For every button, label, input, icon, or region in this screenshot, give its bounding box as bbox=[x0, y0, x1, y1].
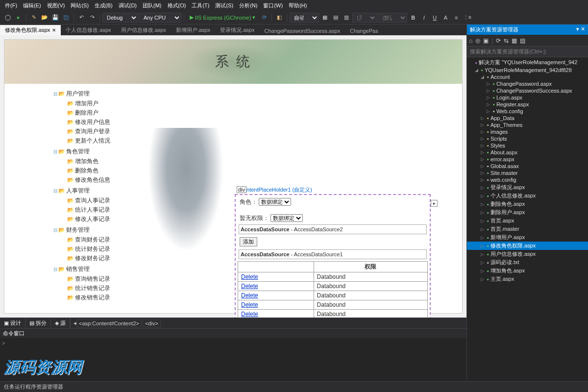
tree-node[interactable]: ◢▪ YQUserRoleManagement_942df828 bbox=[467, 67, 588, 74]
nav-group-header[interactable]: ⊟ 📂 角色管理 bbox=[53, 147, 132, 157]
menu-item[interactable]: 团队(M) bbox=[140, 2, 165, 9]
tree-node[interactable]: ▷▪ Login.aspx bbox=[467, 94, 588, 101]
save-icon[interactable]: 💾 bbox=[50, 13, 60, 23]
list-icon[interactable]: ⋮≡ bbox=[462, 13, 472, 23]
italic-icon[interactable]: I bbox=[419, 13, 429, 23]
tree-node[interactable]: ▷▪ 源码必读.txt bbox=[467, 258, 588, 267]
nav-item[interactable]: 📂 更新个人情况 bbox=[53, 136, 132, 146]
menu-item[interactable]: 视图(V) bbox=[44, 2, 68, 9]
solution-search[interactable]: 搜索解决方案资源管理器(Ctrl+;) bbox=[467, 47, 588, 57]
refresh-icon[interactable]: ⟳ bbox=[259, 13, 269, 23]
menu-item[interactable]: 网站(S) bbox=[68, 2, 92, 9]
tree-node[interactable]: ▷▪ Scripts bbox=[467, 135, 588, 142]
save-all-icon[interactable]: ⿻ bbox=[61, 13, 71, 23]
menu-item[interactable]: 件(F) bbox=[2, 2, 20, 9]
undo-icon[interactable]: ↶ bbox=[76, 13, 86, 23]
zoom-select[interactable]: (默认大 bbox=[378, 13, 407, 23]
delete-link[interactable]: Delete bbox=[241, 292, 258, 299]
nav-item[interactable]: 📂 查询用户登录 bbox=[53, 127, 132, 136]
nav-item[interactable]: 📂 统计财务记录 bbox=[53, 245, 132, 254]
nav-item[interactable]: 📂 增加用户 bbox=[53, 99, 132, 108]
tree-node[interactable]: ◢▪ Account bbox=[467, 74, 588, 80]
tab-design[interactable]: ▣ 设计 bbox=[0, 318, 25, 328]
tree-node[interactable]: ▷▪ web.config bbox=[467, 176, 588, 183]
tree-node[interactable]: ▷▪ App_Data bbox=[467, 115, 588, 122]
document-tab[interactable]: 修改角色权限.aspx ✕ bbox=[0, 25, 61, 35]
nav-item[interactable]: 📂 修改财务记录 bbox=[53, 254, 132, 263]
nav-group-header[interactable]: ⊟ 📂 销售管理 bbox=[53, 264, 132, 274]
open-icon[interactable]: 📂 bbox=[40, 13, 49, 23]
nav-item[interactable]: 📂 查询人事记录 bbox=[53, 196, 132, 205]
menu-item[interactable]: 工具(T) bbox=[189, 2, 212, 9]
nav-item[interactable]: 📂 删除用户 bbox=[53, 108, 132, 118]
tree-node[interactable]: ▷▪ 修改角色权限.aspx bbox=[467, 242, 588, 250]
document-tab[interactable]: 用户信息修改.aspx bbox=[116, 25, 171, 35]
nav-item[interactable]: 📂 修改销售记录 bbox=[53, 293, 132, 302]
document-tab[interactable]: ChangePas bbox=[345, 26, 383, 35]
preview-icon[interactable]: ▤ bbox=[520, 37, 525, 44]
nav-item[interactable]: 📂 修改用户信息 bbox=[53, 118, 132, 127]
collapse-icon[interactable]: ◎ bbox=[475, 37, 480, 44]
tree-node[interactable]: ▷▪ 首页.master bbox=[467, 225, 588, 233]
back-icon[interactable]: ◯ bbox=[3, 13, 13, 23]
tab-split[interactable]: ▤ 拆分 bbox=[25, 318, 51, 328]
nav-item[interactable]: 📂 统计人事记录 bbox=[53, 205, 132, 215]
menu-item[interactable]: 编辑(E) bbox=[20, 2, 44, 9]
document-tab[interactable]: 新增用户.aspx bbox=[171, 25, 215, 35]
nav-group-header[interactable]: ⊟ 📂 财务管理 bbox=[53, 225, 132, 235]
tree-node[interactable]: ▷▪ 新增用户.aspx bbox=[467, 233, 588, 242]
tree-node[interactable]: ▷▪ ChangePassword.aspx bbox=[467, 80, 588, 87]
sync-icon[interactable]: ⇆ bbox=[504, 37, 509, 44]
tree-node[interactable]: ▷▪ Web.config bbox=[467, 108, 588, 115]
command-prompt[interactable]: > bbox=[0, 338, 466, 348]
permissions-table[interactable]: 权限 DeleteDataboundDeleteDataboundDeleteD… bbox=[238, 261, 428, 318]
font-select[interactable]: (无) bbox=[352, 13, 377, 23]
content-placeholder[interactable]: divntentPlaceHolder1 (自定义) ▸ 角色： 数据绑定 暂无… bbox=[235, 194, 431, 318]
solution-tree[interactable]: ▪ 解决方案 "YQUserRoleManagement_942◢▪ YQUse… bbox=[467, 57, 588, 392]
nav-item[interactable]: 📂 统计销售记录 bbox=[53, 284, 132, 293]
nav-item[interactable]: 📂 修改角色信息 bbox=[53, 175, 132, 185]
properties-icon[interactable]: ▦ bbox=[512, 37, 517, 44]
tab-source[interactable]: ◈ 源 bbox=[51, 318, 70, 328]
show-all-icon[interactable]: ▣ bbox=[483, 37, 489, 44]
tree-node[interactable]: ▷▪ 登录情况.aspx bbox=[467, 183, 588, 192]
bold-icon[interactable]: B bbox=[408, 13, 418, 23]
document-tab[interactable]: ChangePasswordSuccess.aspx bbox=[259, 26, 345, 35]
redo-icon[interactable]: ↷ bbox=[87, 13, 97, 23]
color-icon[interactable]: A bbox=[441, 13, 450, 23]
tree-node[interactable]: ▷▪ Global.asax bbox=[467, 163, 588, 170]
align3-icon[interactable]: ▥ bbox=[342, 13, 351, 23]
menu-item[interactable]: 生成(B) bbox=[92, 2, 116, 9]
tree-node[interactable]: ▷▪ 增加角色.aspx bbox=[467, 267, 588, 275]
tree-node[interactable]: ▷▪ 首页.aspx bbox=[467, 217, 588, 225]
tree-node[interactable]: ▷▪ Register.aspx bbox=[467, 101, 588, 108]
add-button[interactable]: 添加 bbox=[240, 237, 257, 246]
tree-node[interactable]: ▷▪ Site.master bbox=[467, 170, 588, 176]
noperm-select[interactable]: 数据绑定 bbox=[270, 214, 303, 222]
tree-node[interactable]: ▷▪ 主页.aspx bbox=[467, 275, 588, 283]
forward-icon[interactable]: ▸ bbox=[14, 13, 24, 23]
align-icon[interactable]: ▦ bbox=[320, 13, 330, 23]
menu-item[interactable]: 测试(S) bbox=[212, 2, 236, 9]
auto-select[interactable]: 自动 bbox=[290, 13, 319, 23]
tag-breadcrumb[interactable]: ◂ <asp:Content#Content2><div> bbox=[70, 318, 466, 328]
design-surface[interactable]: 系 统 ⊟ 📂 用户管理📂 增加用户📂 删除用户📂 修改用户信息📂 查询用户登录… bbox=[0, 35, 466, 318]
menu-item[interactable]: 格式(O) bbox=[165, 2, 189, 9]
delete-link[interactable]: Delete bbox=[241, 301, 258, 308]
panel-arrow-right-icon[interactable]: ▸ bbox=[431, 200, 438, 207]
tree-node[interactable]: ▷▪ App_Themes bbox=[467, 122, 588, 128]
underline-icon[interactable]: U bbox=[430, 13, 440, 23]
run-button[interactable]: ▶ IIS Express (GChrome) ▾ bbox=[187, 14, 258, 21]
tree-node[interactable]: ▷▪ images bbox=[467, 128, 588, 135]
tree-node[interactable]: ▷▪ About.aspx bbox=[467, 149, 588, 156]
nav-item[interactable]: 📂 查询财务记录 bbox=[53, 235, 132, 245]
nav-item[interactable]: 📂 查询销售记录 bbox=[53, 274, 132, 284]
delete-link[interactable]: Delete bbox=[241, 273, 258, 280]
align2-icon[interactable]: ▤ bbox=[331, 13, 341, 23]
config-select[interactable]: Debug bbox=[102, 13, 138, 23]
delete-link[interactable]: Delete bbox=[241, 283, 258, 290]
tree-node[interactable]: ▪ 解决方案 "YQUserRoleManagement_942 bbox=[467, 58, 588, 67]
tree-node[interactable]: ▷▪ Styles bbox=[467, 142, 588, 149]
home-icon[interactable]: ⌂ bbox=[469, 37, 472, 44]
align-left-icon[interactable]: ≡ bbox=[451, 13, 461, 23]
